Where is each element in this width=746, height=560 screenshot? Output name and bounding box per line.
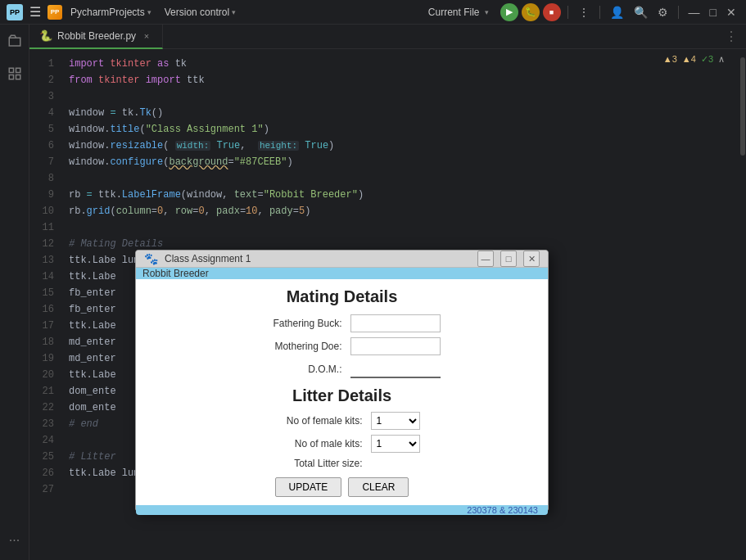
svg-rect-1	[16, 68, 20, 72]
sidebar-icon-structure[interactable]	[3, 62, 26, 85]
mating-section-title: Mating Details	[152, 287, 531, 306]
dialog-close-button[interactable]: ✕	[523, 251, 540, 267]
logo-text: PP	[10, 8, 20, 16]
code-line-11	[69, 219, 746, 236]
dom-input[interactable]	[350, 360, 441, 378]
inspection-chevron-icon[interactable]: ∧	[718, 54, 725, 65]
dialog-status-text: 230378 & 230143	[467, 505, 538, 515]
search-everywhere-icon[interactable]: 🔍	[631, 4, 651, 20]
fathering-input[interactable]	[350, 314, 441, 332]
code-line-4: window = tk.Tk()	[69, 105, 746, 121]
code-line-10: rb.grid(column=0, row=0, padx=10, pady=5…	[69, 203, 746, 219]
total-litter-label: Total Litter size:	[264, 458, 363, 469]
file-tab[interactable]: 🐍 Robbit Breeder.py ×	[29, 25, 163, 49]
sidebar-icon-more[interactable]: ···	[3, 529, 26, 552]
dialog-app-header: Robbit Breeder	[136, 268, 548, 279]
inspection-bar: ▲3 ▲4 ✓3 ∧	[658, 49, 730, 69]
dialog-status-bar: 230378 & 230143	[136, 505, 548, 515]
update-button[interactable]: UPDATE	[275, 477, 342, 497]
maximize-window-icon[interactable]: □	[707, 4, 720, 20]
dom-label: D.O.M.:	[244, 364, 342, 375]
male-kits-select[interactable]: 12345	[371, 435, 420, 453]
minimize-window-icon[interactable]: —	[685, 4, 703, 20]
dialog-titlebar[interactable]: 🐾 Class Assignment 1 — □ ✕	[136, 251, 548, 268]
menu-bar: PP ☰ PP PycharmProjects ▾ Version contro…	[0, 0, 746, 25]
manage-accounts-icon[interactable]: 👤	[607, 4, 627, 20]
code-line-9: rb = ttk.LabelFrame(window, text="Robbit…	[69, 187, 746, 203]
code-line-1: import tkinter as tk	[69, 56, 746, 72]
male-kits-row: No of male kits: 12345	[152, 435, 531, 453]
tab-filename: Robbit Breeder.py	[57, 30, 136, 42]
tab-menu-button[interactable]: ⋮	[717, 29, 746, 44]
menu-item-vcs[interactable]: Version control ▾	[160, 5, 241, 20]
settings-icon[interactable]: ⚙	[654, 4, 671, 20]
button-row: UPDATE CLEAR	[152, 477, 531, 497]
svg-rect-0	[9, 68, 13, 72]
total-litter-row: Total Litter size:	[152, 458, 531, 469]
run-config: Current File ▾	[420, 5, 497, 20]
chevron-icon: ▾	[147, 8, 151, 16]
debug-button[interactable]: 🐛	[522, 3, 540, 21]
dialog-window: 🐾 Class Assignment 1 — □ ✕ Robbit Breede…	[135, 250, 549, 512]
scrollbar[interactable]	[738, 49, 746, 560]
hamburger-icon[interactable]: ☰	[26, 4, 44, 20]
run-button[interactable]: ▶	[500, 3, 518, 21]
litter-section-title: Litter Details	[152, 386, 531, 405]
svg-rect-3	[16, 75, 20, 79]
female-kits-label: No of female kits:	[264, 415, 363, 427]
dom-row: D.O.M.:	[152, 360, 531, 378]
svg-rect-2	[9, 75, 13, 79]
line-numbers: 12345 678910 1112131415 1617181920 21222…	[29, 49, 62, 560]
tab-close-button[interactable]: ×	[141, 30, 152, 42]
female-kits-row: No of female kits: 12345	[152, 412, 531, 430]
toolbar-separator-2	[599, 6, 600, 19]
left-sidebar: ···	[0, 25, 29, 560]
fathering-row: Fathering Buck:	[152, 314, 531, 332]
sidebar-icon-folder[interactable]	[3, 29, 26, 52]
project-icon: PP	[47, 5, 62, 20]
close-window-icon[interactable]: ✕	[723, 4, 739, 20]
scrollbar-thumb[interactable]	[740, 57, 745, 156]
code-line-6: window.resizable( width: True, height: T…	[69, 138, 746, 154]
code-line-5: window.title("Class Assignment 1")	[69, 121, 746, 138]
vcs-chevron-icon: ▾	[232, 8, 236, 16]
ok-count: ✓3	[701, 54, 713, 65]
dialog-title-text: Class Assignment 1	[165, 253, 471, 264]
warning-count-1: ▲3	[663, 54, 677, 64]
run-chevron-icon: ▾	[485, 8, 489, 16]
warning-count-2: ▲4	[682, 54, 696, 64]
run-config-label: Current File	[428, 7, 480, 18]
clear-button[interactable]: CLEAR	[348, 477, 409, 497]
fathering-label: Fathering Buck:	[244, 318, 342, 329]
dialog-maximize-button[interactable]: □	[500, 251, 517, 267]
python-file-icon: 🐍	[39, 29, 52, 42]
tab-bar: 🐍 Robbit Breeder.py × ⋮	[29, 25, 746, 49]
male-kits-label: No of male kits:	[264, 438, 363, 449]
dialog-app-name: Robbit Breeder	[142, 268, 209, 279]
dialog-minimize-button[interactable]: —	[477, 251, 494, 267]
code-line-7: window.configure(background="#87CEEB")	[69, 154, 746, 170]
female-kits-select[interactable]: 12345	[371, 412, 420, 430]
app-logo: PP	[7, 4, 23, 20]
code-line-8	[69, 170, 746, 187]
mothering-label: Mothering Doe:	[244, 341, 342, 352]
code-line-2: from tkinter import ttk	[69, 72, 746, 88]
code-line-3	[69, 88, 746, 105]
dialog-title-icon: 🐾	[144, 252, 158, 265]
dialog-body: Mating Details Fathering Buck: Mothering…	[136, 279, 548, 505]
menu-item-project[interactable]: PycharmProjects ▾	[66, 5, 156, 20]
mothering-row: Mothering Doe:	[152, 337, 531, 355]
stop-button[interactable]: ■	[543, 3, 561, 21]
toolbar-separator	[567, 6, 568, 19]
toolbar-separator-3	[678, 6, 679, 19]
more-options-icon[interactable]: ⋮	[575, 4, 593, 20]
mothering-input[interactable]	[350, 337, 441, 355]
